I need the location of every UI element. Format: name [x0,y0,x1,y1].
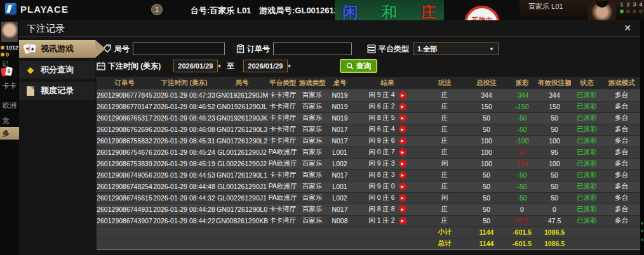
seat-number[interactable]: 3 [633,1,636,8]
cell-mode: 多台 [603,135,640,147]
cell-result: 闲 9 庄 6▶ [352,135,422,147]
table-number-badge: 1 [151,4,163,15]
menu-item-video-games[interactable]: ♥♠ 视讯游戏 [19,40,95,58]
cell-game-type: 百家乐 [297,89,327,101]
search-button-label: 查询 [356,61,371,72]
menu-item-label: 额度记录 [41,85,74,96]
bet-zone: 闲 和 庄 [335,0,444,20]
cell-mode: 多台 [603,192,640,204]
table-row: 2601290867490562026-01-29 08:44:53GN0172… [97,169,640,181]
cell-time: 2026-01-29 08:46:23 [152,112,216,124]
table-row: 2601290867558322026-01-29 08:45:31GN0172… [97,135,640,147]
player-avatar [1,22,18,42]
cell-time: 2026-01-29 08:45:24 [152,147,216,158]
date-range-to-label: 至 [227,61,234,72]
cell-total-bet: 50 [467,169,506,181]
seat-number[interactable]: 4 [639,1,643,8]
screen: PLAYACE 1 台号:百家乐 L01 游戏局号:GL001261290J5 … [0,0,644,255]
search-icon [346,62,354,70]
cell-play-type: 庄 [422,89,467,101]
result-text: 闲 9 庄 4 [368,91,394,98]
date-to-picker[interactable]: 2026/01/29 ▼ [243,60,288,72]
chevron-down-icon: ▼ [286,63,292,69]
cell-valid-bet: 344 [538,89,571,101]
seat-number[interactable]: 2 [626,1,630,8]
date-to-value: 2026/01/29 [248,62,283,70]
cell-status: 已派彩 [571,192,603,204]
cell-result: 闲 9 庄 3▶ [352,158,422,169]
cell-status: 已派彩 [571,181,603,192]
cell-total-bet: 100 [467,158,506,169]
cell-result: 闲 8 庄 3▶ [352,169,422,181]
bet-spot-player[interactable]: 闲 [342,0,358,20]
replay-icon[interactable]: ▶ [399,114,406,122]
replay-icon[interactable]: ▶ [399,194,406,202]
cell-result: 闲 8 庄 8▶ [352,204,422,215]
subtotal-row-play-type: 小计 [422,226,467,238]
date-from-value: 2026/01/29 [178,62,213,70]
game-tab-europe[interactable]: 欧洲 [0,99,19,112]
replay-icon[interactable]: ▶ [399,160,406,167]
cell-game-type: 百家乐 [297,181,327,192]
cell-mode: 多台 [603,181,640,192]
cell-empty [603,238,640,249]
replay-icon[interactable]: ▶ [399,171,406,179]
cell-empty [152,226,216,238]
replay-icon[interactable]: ▶ [399,148,406,156]
seat-dot-active [620,10,624,13]
cell-total-bet: 50 [467,215,506,226]
cell-table: L002 [327,192,352,204]
cell-payout: -100 [506,135,538,147]
replay-icon[interactable]: ▶ [399,137,406,145]
replay-icon[interactable]: ▶ [399,126,406,133]
game-tab-jing[interactable]: 竞 [0,114,19,127]
replay-icon[interactable]: ▶ [399,91,406,99]
filter-row-1: 局号 订单号 平台类型 1.全部 ▼ [97,41,640,57]
modal-titlebar: 下注记录 ✕ [19,20,640,37]
table-row: 2601290867701472026-01-29 08:46:52GN0192… [97,101,640,112]
cell-payout: -50 [506,169,538,181]
coin-icon [1,53,4,56]
search-button[interactable]: 查询 [340,59,377,73]
replay-icon[interactable]: ▶ [399,183,406,190]
replay-icon[interactable]: ▶ [399,217,406,225]
grand-total-row-valid-bet: 1086.5 [538,238,571,249]
cell-total-bet: 50 [467,192,506,204]
cell-valid-bet: 47.5 [538,215,571,226]
round-filter-label: 局号 [114,44,130,55]
cell-status: 已派彩 [571,215,603,226]
result-text: 闲 6 庄 4 [368,125,394,133]
header-valid-bet: 有效投注额 [538,77,571,89]
menu-item-points-query[interactable]: ◆ 积分查询 [19,61,95,79]
grand-total-row-play-type: 总计 [422,238,467,249]
cell-total-bet: 100 [467,147,506,158]
game-tab-kaka[interactable]: 卡卡 [0,79,19,92]
order-input[interactable] [273,43,352,55]
bet-spot-banker[interactable]: 庄 [420,0,436,20]
cell-round: GN019261290JK [216,112,268,124]
replay-icon[interactable]: ▶ [399,206,406,213]
bet-spot-tie[interactable]: 和 [382,0,398,20]
cell-order: 260129086762696 [97,124,152,135]
cell-payout: -50 [506,124,538,135]
cell-platform: 卡卡湾厅 [268,204,297,215]
cell-result: 闲 0 庄 7▶ [352,147,422,158]
menu-item-label: 积分查询 [41,64,74,75]
cell-valid-bet: 100 [538,135,571,147]
platform-select[interactable]: 1.全部 ▼ [413,43,499,55]
game-tab-multi[interactable]: 多 [0,127,19,140]
cell-play-type: 庄 [422,181,467,192]
replay-icon[interactable]: ▶ [399,103,406,110]
brand-logo: PLAYACE [5,3,69,15]
cell-platform: 卡卡湾厅 [268,135,297,147]
seat-number[interactable]: 1 [620,1,624,8]
close-icon[interactable]: ✕ [624,23,631,33]
menu-item-credit-records[interactable]: 额度记录 [19,82,95,100]
cell-play-type: 庄 [422,204,467,215]
cell-order: 260129086748254 [97,181,152,192]
header-total-bet: 总投注 [467,77,506,89]
date-from-picker[interactable]: 2026/01/29 ▼ [173,60,218,72]
table-row: 2601290867482542026-01-29 08:44:48GL0012… [97,181,640,192]
cell-platform: PA欧洲厅 [268,181,297,192]
round-input[interactable] [133,43,225,55]
